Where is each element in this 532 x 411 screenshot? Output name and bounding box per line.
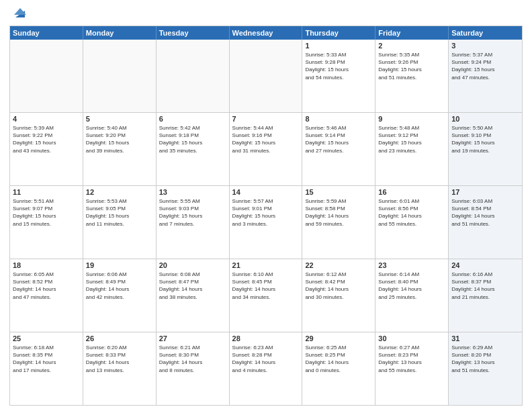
day-info: Sunrise: 5:55 AM Sunset: 9:03 PM Dayligh… — [159, 197, 226, 228]
cal-cell: 4Sunrise: 5:39 AM Sunset: 9:22 PM Daylig… — [10, 113, 83, 185]
day-number: 18 — [13, 261, 80, 269]
day-number: 6 — [159, 115, 226, 123]
cal-cell: 31Sunrise: 6:29 AM Sunset: 8:20 PM Dayli… — [449, 332, 522, 405]
week-row-3: 18Sunrise: 6:05 AM Sunset: 8:52 PM Dayli… — [10, 259, 522, 332]
day-number: 8 — [305, 115, 372, 123]
cal-cell: 3Sunrise: 5:37 AM Sunset: 9:24 PM Daylig… — [449, 40, 522, 112]
day-number: 26 — [86, 334, 153, 342]
day-number: 11 — [13, 188, 80, 196]
day-number: 31 — [451, 334, 519, 342]
day-info: Sunrise: 6:14 AM Sunset: 8:40 PM Dayligh… — [378, 271, 445, 301]
day-number: 23 — [378, 261, 445, 269]
day-info: Sunrise: 6:21 AM Sunset: 8:30 PM Dayligh… — [159, 344, 226, 374]
cal-cell: 7Sunrise: 5:44 AM Sunset: 9:16 PM Daylig… — [230, 113, 303, 185]
day-number: 28 — [232, 334, 300, 342]
cal-cell: 18Sunrise: 6:05 AM Sunset: 8:52 PM Dayli… — [10, 259, 83, 332]
day-info: Sunrise: 5:57 AM Sunset: 9:01 PM Dayligh… — [232, 197, 300, 228]
day-info: Sunrise: 6:23 AM Sunset: 8:28 PM Dayligh… — [232, 344, 300, 374]
cal-cell: 28Sunrise: 6:23 AM Sunset: 8:28 PM Dayli… — [230, 332, 303, 405]
cal-cell: 8Sunrise: 5:46 AM Sunset: 9:14 PM Daylig… — [302, 113, 375, 185]
cal-cell: 16Sunrise: 6:01 AM Sunset: 8:56 PM Dayli… — [375, 186, 449, 259]
cal-cell: 14Sunrise: 5:57 AM Sunset: 9:01 PM Dayli… — [230, 186, 303, 259]
day-number: 9 — [378, 115, 445, 123]
day-number: 4 — [13, 115, 80, 123]
cal-cell — [83, 40, 157, 112]
week-row-4: 25Sunrise: 6:18 AM Sunset: 8:35 PM Dayli… — [10, 332, 522, 405]
day-number: 3 — [451, 42, 519, 50]
cal-cell — [10, 40, 83, 112]
day-number: 7 — [232, 115, 300, 123]
day-info: Sunrise: 5:50 AM Sunset: 9:10 PM Dayligh… — [451, 124, 519, 154]
col-header-sunday: Sunday — [10, 26, 83, 40]
cal-cell: 13Sunrise: 5:55 AM Sunset: 9:03 PM Dayli… — [157, 186, 230, 259]
cal-cell: 29Sunrise: 6:25 AM Sunset: 8:25 PM Dayli… — [302, 332, 375, 405]
day-info: Sunrise: 6:12 AM Sunset: 8:42 PM Dayligh… — [305, 271, 372, 301]
day-info: Sunrise: 5:51 AM Sunset: 9:07 PM Dayligh… — [13, 197, 80, 228]
day-info: Sunrise: 5:42 AM Sunset: 9:18 PM Dayligh… — [159, 124, 226, 154]
cal-cell: 10Sunrise: 5:50 AM Sunset: 9:10 PM Dayli… — [449, 113, 522, 185]
cal-cell — [157, 40, 230, 112]
day-info: Sunrise: 6:20 AM Sunset: 8:33 PM Dayligh… — [86, 344, 153, 374]
day-info: Sunrise: 6:16 AM Sunset: 8:37 PM Dayligh… — [451, 271, 519, 301]
day-info: Sunrise: 6:06 AM Sunset: 8:49 PM Dayligh… — [86, 271, 153, 301]
cal-cell: 5Sunrise: 5:40 AM Sunset: 9:20 PM Daylig… — [83, 113, 157, 185]
day-number: 13 — [159, 188, 226, 196]
day-info: Sunrise: 5:59 AM Sunset: 8:58 PM Dayligh… — [305, 197, 372, 228]
logo — [9, 7, 29, 21]
day-info: Sunrise: 5:46 AM Sunset: 9:14 PM Dayligh… — [305, 124, 372, 154]
week-row-2: 11Sunrise: 5:51 AM Sunset: 9:07 PM Dayli… — [10, 186, 522, 259]
day-number: 20 — [159, 261, 226, 269]
day-info: Sunrise: 5:33 AM Sunset: 9:28 PM Dayligh… — [305, 51, 372, 81]
cal-cell: 15Sunrise: 5:59 AM Sunset: 8:58 PM Dayli… — [302, 186, 375, 259]
day-info: Sunrise: 6:01 AM Sunset: 8:56 PM Dayligh… — [378, 197, 445, 228]
day-number: 10 — [451, 115, 519, 123]
day-number: 15 — [305, 188, 372, 196]
day-number: 14 — [232, 188, 300, 196]
day-info: Sunrise: 5:44 AM Sunset: 9:16 PM Dayligh… — [232, 124, 300, 154]
cal-cell: 30Sunrise: 6:27 AM Sunset: 8:23 PM Dayli… — [375, 332, 449, 405]
calendar: SundayMondayTuesdayWednesdayThursdayFrid… — [9, 26, 523, 406]
col-header-thursday: Thursday — [302, 26, 375, 40]
cal-cell: 27Sunrise: 6:21 AM Sunset: 8:30 PM Dayli… — [157, 332, 230, 405]
cal-cell: 1Sunrise: 5:33 AM Sunset: 9:28 PM Daylig… — [302, 40, 375, 112]
day-info: Sunrise: 6:25 AM Sunset: 8:25 PM Dayligh… — [305, 344, 372, 374]
day-info: Sunrise: 6:10 AM Sunset: 8:45 PM Dayligh… — [232, 271, 300, 301]
cal-cell — [230, 40, 303, 112]
cal-cell: 24Sunrise: 6:16 AM Sunset: 8:37 PM Dayli… — [449, 259, 522, 332]
day-number: 29 — [305, 334, 372, 342]
day-info: Sunrise: 6:03 AM Sunset: 8:54 PM Dayligh… — [451, 197, 519, 228]
cal-cell: 6Sunrise: 5:42 AM Sunset: 9:18 PM Daylig… — [157, 113, 230, 185]
day-info: Sunrise: 5:48 AM Sunset: 9:12 PM Dayligh… — [378, 124, 445, 154]
cal-cell: 22Sunrise: 6:12 AM Sunset: 8:42 PM Dayli… — [302, 259, 375, 332]
cal-cell: 2Sunrise: 5:35 AM Sunset: 9:26 PM Daylig… — [375, 40, 449, 112]
day-number: 24 — [451, 261, 519, 269]
day-number: 16 — [378, 188, 445, 196]
cal-cell: 11Sunrise: 5:51 AM Sunset: 9:07 PM Dayli… — [10, 186, 83, 259]
cal-cell: 21Sunrise: 6:10 AM Sunset: 8:45 PM Dayli… — [230, 259, 303, 332]
day-number: 5 — [86, 115, 153, 123]
calendar-header: SundayMondayTuesdayWednesdayThursdayFrid… — [10, 26, 522, 40]
cal-cell: 12Sunrise: 5:53 AM Sunset: 9:05 PM Dayli… — [83, 186, 157, 259]
day-info: Sunrise: 6:05 AM Sunset: 8:52 PM Dayligh… — [13, 271, 80, 301]
day-number: 22 — [305, 261, 372, 269]
cal-cell: 17Sunrise: 6:03 AM Sunset: 8:54 PM Dayli… — [449, 186, 522, 259]
logo-icon — [11, 4, 29, 21]
day-info: Sunrise: 5:35 AM Sunset: 9:26 PM Dayligh… — [378, 51, 445, 81]
col-header-wednesday: Wednesday — [230, 26, 303, 40]
cal-cell: 26Sunrise: 6:20 AM Sunset: 8:33 PM Dayli… — [83, 332, 157, 405]
day-info: Sunrise: 5:37 AM Sunset: 9:24 PM Dayligh… — [451, 51, 519, 81]
day-number: 1 — [305, 42, 372, 50]
cal-cell: 19Sunrise: 6:06 AM Sunset: 8:49 PM Dayli… — [83, 259, 157, 332]
cal-cell: 25Sunrise: 6:18 AM Sunset: 8:35 PM Dayli… — [10, 332, 83, 405]
calendar-body: 1Sunrise: 5:33 AM Sunset: 9:28 PM Daylig… — [10, 40, 522, 405]
day-number: 25 — [13, 334, 80, 342]
day-number: 27 — [159, 334, 226, 342]
day-info: Sunrise: 6:18 AM Sunset: 8:35 PM Dayligh… — [13, 344, 80, 374]
day-info: Sunrise: 5:53 AM Sunset: 9:05 PM Dayligh… — [86, 197, 153, 228]
day-number: 21 — [232, 261, 300, 269]
day-info: Sunrise: 5:40 AM Sunset: 9:20 PM Dayligh… — [86, 124, 153, 154]
day-number: 17 — [451, 188, 519, 196]
day-number: 30 — [378, 334, 445, 342]
cal-cell: 9Sunrise: 5:48 AM Sunset: 9:12 PM Daylig… — [375, 113, 449, 185]
day-number: 19 — [86, 261, 153, 269]
